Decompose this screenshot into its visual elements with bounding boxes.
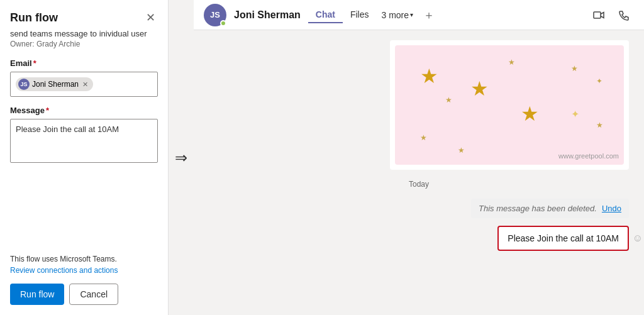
svg-rect-0 bbox=[594, 12, 601, 18]
greeting-card: ★ ★ ★ ★ ★ ★ ★ ✦ ★ ★ ✦ www.greetpool.com bbox=[390, 40, 629, 170]
add-tab-button[interactable]: ＋ bbox=[418, 5, 440, 25]
greeting-card-image: ★ ★ ★ ★ ★ ★ ★ ✦ ★ ★ ✦ www.greetpool.com bbox=[395, 45, 624, 165]
message-label: Message* bbox=[10, 106, 158, 115]
star-decoration: ✦ bbox=[596, 77, 602, 86]
tag-label: Joni Sherman bbox=[32, 80, 79, 89]
message-input[interactable]: Please Join the call at 10AM bbox=[10, 119, 158, 163]
email-tag: JS Joni Sherman ✕ bbox=[16, 77, 93, 91]
flow-note: This flow uses Microsoft Teams. bbox=[10, 255, 158, 263]
button-row: Run flow Cancel bbox=[10, 284, 158, 305]
star-decoration: ★ bbox=[458, 146, 465, 155]
run-flow-panel: Run flow ✕ send teams message to inividu… bbox=[0, 0, 169, 315]
star-decoration: ★ bbox=[420, 133, 427, 142]
tab-files[interactable]: Files bbox=[343, 7, 377, 23]
star-decoration: ★ bbox=[470, 77, 489, 101]
star-decoration: ★ bbox=[571, 64, 578, 73]
sent-message: Please Join the call at 10AM ☺ bbox=[497, 226, 629, 251]
panel-owner: Owner: Grady Archie bbox=[10, 40, 158, 48]
header-actions bbox=[589, 5, 634, 25]
tab-chat[interactable]: Chat bbox=[308, 7, 343, 23]
status-dot bbox=[220, 20, 226, 26]
contact-name: Joni Sherman bbox=[234, 9, 301, 21]
star-decoration: ★ bbox=[420, 64, 438, 88]
message-label-row: Message* bbox=[10, 106, 158, 119]
emoji-react-icon[interactable]: ☺ bbox=[633, 233, 643, 244]
chat-area: ★ ★ ★ ★ ★ ★ ★ ✦ ★ ★ ✦ www.greetpool.com … bbox=[194, 30, 644, 315]
video-icon bbox=[593, 9, 604, 21]
star-decoration: ★ bbox=[445, 96, 452, 104]
undo-button[interactable]: Undo bbox=[602, 204, 621, 213]
panel-title: Run flow bbox=[10, 11, 58, 25]
tag-avatar: JS bbox=[18, 79, 30, 90]
avatar: JS bbox=[204, 4, 226, 26]
tabs-row: Chat Files 3 more ▾ ＋ bbox=[308, 5, 581, 25]
tag-remove-button[interactable]: ✕ bbox=[82, 80, 88, 89]
review-link[interactable]: Review connections and actions bbox=[10, 266, 158, 275]
cancel-button[interactable]: Cancel bbox=[69, 284, 118, 305]
deleted-message: This message has been deleted. Undo bbox=[471, 199, 629, 218]
teams-chat-panel: JS Joni Sherman Chat Files 3 more ▾ ＋ bbox=[194, 0, 644, 315]
phone-icon bbox=[618, 9, 630, 21]
star-decoration: ★ bbox=[508, 58, 515, 67]
video-call-button[interactable] bbox=[589, 5, 609, 25]
card-watermark: www.greetpool.com bbox=[558, 152, 619, 160]
run-flow-button[interactable]: Run flow bbox=[10, 284, 64, 305]
today-divider: Today bbox=[204, 180, 634, 189]
required-star: * bbox=[33, 58, 36, 68]
deleted-message-text: This message has been deleted. bbox=[479, 204, 597, 213]
panel-header: Run flow ✕ bbox=[10, 10, 158, 25]
arrow-right-icon: ⇒ bbox=[175, 149, 187, 167]
chevron-down-icon: ▾ bbox=[410, 11, 413, 18]
close-button[interactable]: ✕ bbox=[143, 10, 158, 25]
sent-message-text: Please Join the call at 10AM bbox=[508, 233, 619, 243]
arrow-area: ⇒ bbox=[169, 0, 194, 315]
star-decoration: ★ bbox=[521, 102, 539, 126]
panel-subtitle: send teams message to inividual user bbox=[10, 29, 158, 38]
required-star-msg: * bbox=[46, 106, 49, 115]
star-decoration: ★ bbox=[596, 121, 603, 130]
email-label: Email* bbox=[10, 58, 158, 68]
teams-header: JS Joni Sherman Chat Files 3 more ▾ ＋ bbox=[194, 0, 644, 30]
star-decoration: ✦ bbox=[571, 108, 579, 120]
email-label-row: Email* bbox=[10, 58, 158, 72]
panel-footer: This flow uses Microsoft Teams. Review c… bbox=[10, 255, 158, 305]
tab-more[interactable]: 3 more ▾ bbox=[377, 8, 419, 23]
email-field[interactable]: JS Joni Sherman ✕ bbox=[10, 72, 158, 97]
phone-call-button[interactable] bbox=[614, 5, 634, 25]
